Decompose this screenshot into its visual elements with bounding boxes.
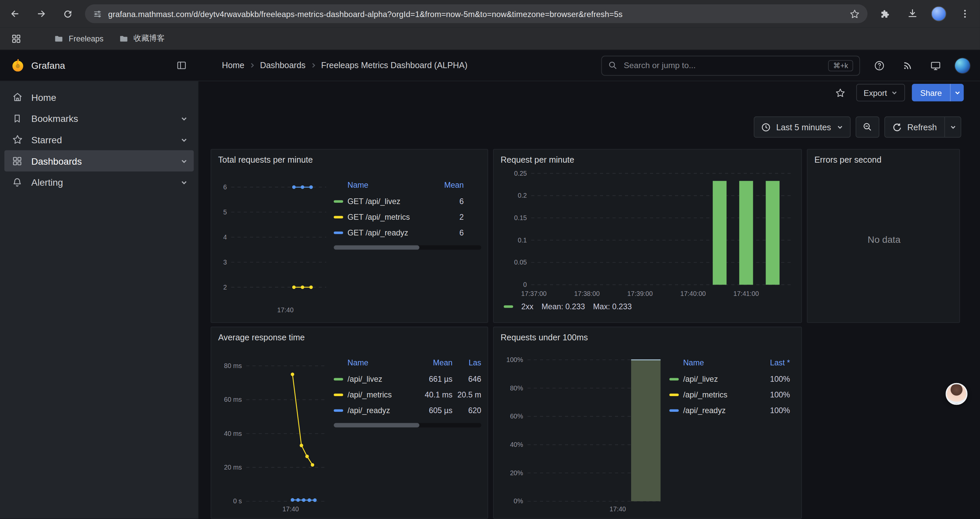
time-range-picker[interactable]: Last 5 minutes — [754, 117, 851, 138]
user-avatar[interactable] — [955, 58, 970, 73]
favorite-star-icon[interactable] — [832, 84, 849, 101]
scrollbar-thumb[interactable] — [334, 245, 419, 249]
series-color-swatch — [334, 216, 343, 218]
series-last: 100% — [756, 390, 790, 399]
share-label[interactable]: Share — [912, 84, 950, 101]
breadcrumb-dashboards[interactable]: Dashboards — [260, 61, 305, 70]
legend-horizontal-scrollbar — [334, 423, 481, 428]
chevron-down-icon[interactable] — [180, 113, 188, 124]
panel-errors-per-second: Errors per second No data — [807, 149, 960, 323]
svg-text:0.05: 0.05 — [514, 259, 527, 266]
sidebar-item-label: Dashboards — [31, 156, 82, 166]
panel-title[interactable]: Average response time — [218, 332, 482, 345]
share-menu-caret[interactable] — [950, 84, 964, 101]
breadcrumb: Home Dashboards Freeleaps Metrics Dashbo… — [222, 61, 467, 70]
legend-header-name[interactable]: Name — [348, 359, 413, 367]
legend-header-name[interactable]: Name — [348, 181, 434, 189]
panel-title[interactable]: Requests under 100ms — [500, 332, 796, 345]
legend-header-last[interactable]: Las — [453, 359, 481, 367]
series-name[interactable]: /api/_readyz — [683, 406, 756, 414]
bookmark-star-icon[interactable] — [849, 8, 860, 19]
svg-text:20 ms: 20 ms — [224, 463, 242, 471]
rss-icon[interactable] — [899, 57, 916, 74]
zoom-out-icon — [862, 122, 872, 132]
svg-text:40 ms: 40 ms — [224, 430, 242, 437]
download-icon[interactable] — [904, 5, 921, 22]
legend-header-mean[interactable]: Mean — [413, 359, 453, 367]
bookmark-icon — [11, 112, 23, 124]
monitor-icon[interactable] — [927, 57, 944, 74]
assistant-avatar[interactable] — [946, 383, 968, 405]
series-mean: 2 — [434, 212, 464, 221]
bookmark-item-blogs[interactable]: 收藏博客 — [113, 31, 170, 46]
series-name[interactable]: /api/_metrics — [348, 390, 413, 399]
time-range-label: Last 5 minutes — [776, 122, 831, 132]
legend-row: /api/_livez 661 µs 646 — [334, 371, 483, 387]
legend-row: /api/_metrics 40.1 ms 20.5 m — [334, 387, 483, 402]
series-name[interactable]: /api/_livez — [348, 374, 413, 383]
legend-header-name[interactable]: Name — [683, 359, 756, 367]
zoom-out-button[interactable] — [856, 117, 879, 138]
browser-forward-button[interactable] — [32, 5, 50, 22]
panel-title[interactable]: Errors per second — [814, 155, 955, 167]
series-name[interactable]: GET /api/_metrics — [348, 212, 434, 221]
chevron-right-icon — [250, 62, 255, 68]
svg-text:0: 0 — [523, 281, 527, 288]
help-icon[interactable] — [870, 57, 888, 74]
series-color-swatch — [670, 378, 679, 380]
browser-menu-icon[interactable] — [956, 5, 974, 22]
browser-reload-button[interactable] — [59, 5, 76, 22]
search-icon — [608, 61, 617, 70]
sidebar-item-starred[interactable]: Starred — [4, 129, 194, 150]
chevron-down-icon[interactable] — [180, 177, 188, 187]
sidebar-item-home[interactable]: Home — [4, 86, 194, 108]
browser-back-button[interactable] — [6, 5, 24, 22]
chevron-right-icon — [310, 62, 316, 68]
bookmarks-bar: Freeleaps 收藏博客 — [0, 27, 980, 50]
series-mean: 661 µs — [413, 374, 453, 383]
request-per-minute-chart: 00.050.10.150.20.2517:37:0017:38:0017:39… — [500, 167, 796, 298]
legend-row: /api/_readyz 605 µs 620 — [334, 402, 483, 418]
panel-request-per-minute: Request per minute 00.050.10.150.20.2517… — [493, 149, 802, 323]
refresh-button[interactable]: Refresh — [884, 117, 961, 138]
sidebar-item-label: Home — [31, 91, 56, 102]
sidebar-item-alerting[interactable]: Alerting — [4, 171, 194, 193]
chevron-down-icon[interactable] — [180, 156, 188, 166]
series-name[interactable]: GET /api/_readyz — [348, 228, 434, 237]
refresh-interval-caret[interactable] — [944, 117, 961, 137]
site-info-icon[interactable] — [92, 9, 102, 19]
series-name[interactable]: GET /api/_livez — [348, 197, 434, 205]
share-button[interactable]: Share — [912, 84, 964, 101]
browser-toolbar: grafana.mathmast.com/d/deytv4rwavabkb/fr… — [0, 0, 980, 27]
panel-title[interactable]: Total requests per minute — [218, 155, 482, 167]
chart-svg: 0%20%40%60%80%100%17:40 — [500, 345, 666, 514]
svg-text:100%: 100% — [506, 356, 523, 363]
chevron-down-icon[interactable] — [180, 134, 188, 145]
legend-header-last[interactable]: Last * — [756, 359, 790, 367]
series-name[interactable]: 2xx — [521, 302, 533, 311]
address-bar[interactable]: grafana.mathmast.com/d/deytv4rwavabkb/fr… — [85, 4, 868, 23]
mega-menu-toggle-icon[interactable] — [172, 57, 190, 74]
scrollbar-thumb[interactable] — [334, 423, 419, 428]
no-data-message: No data — [814, 167, 955, 311]
extensions-icon[interactable] — [876, 5, 894, 22]
panel-title[interactable]: Request per minute — [500, 155, 796, 167]
breadcrumb-home[interactable]: Home — [222, 61, 244, 70]
browser-profile-avatar[interactable] — [931, 6, 946, 21]
bookmark-item-freeleaps[interactable]: Freeleaps — [49, 31, 108, 46]
series-color-swatch — [334, 231, 343, 233]
search-box[interactable]: ⌘+k — [601, 56, 860, 75]
svg-text:0.2: 0.2 — [518, 192, 527, 199]
sidebar-item-bookmarks[interactable]: Bookmarks — [4, 107, 194, 129]
search-input[interactable] — [622, 60, 823, 71]
legend-header-mean[interactable]: Mean — [434, 181, 464, 189]
legend-horizontal-scrollbar — [334, 245, 481, 249]
apps-grid-icon[interactable] — [7, 30, 25, 47]
series-name[interactable]: /api/_metrics — [683, 390, 756, 399]
export-button[interactable]: Export — [856, 84, 905, 101]
series-name[interactable]: /api/_readyz — [348, 406, 413, 414]
sidebar-item-dashboards[interactable]: Dashboards — [4, 150, 194, 172]
svg-text:17:41:00: 17:41:00 — [733, 290, 759, 297]
grafana-header: Grafana Home Dashboards Freeleaps Metric… — [0, 50, 980, 81]
series-name[interactable]: /api/_livez — [683, 374, 756, 383]
